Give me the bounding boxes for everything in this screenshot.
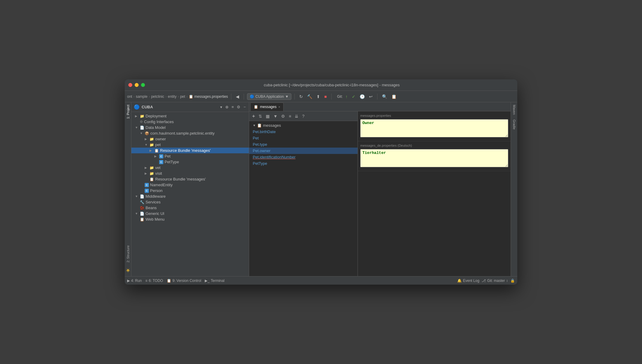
maven-tab[interactable]: Maven (511, 102, 517, 117)
editor-tab-messages[interactable]: 📋 messages × (250, 103, 284, 111)
tree-item-datamodel[interactable]: ▼ 📄 Data Model (131, 125, 249, 130)
tree-item-resource-bundle[interactable]: ▶ 📋 Resource Bundle 'messages' (131, 148, 249, 153)
add-message-button[interactable]: + (251, 113, 256, 120)
dropdown-button[interactable]: ▼ (272, 113, 279, 119)
run-item[interactable]: ▶ 4: Run (127, 279, 142, 283)
prop-section-en: messages.properties Owner (358, 111, 511, 141)
terminal-item[interactable]: ▶_ Terminal (205, 279, 224, 283)
view-button[interactable]: ▦ (265, 113, 271, 119)
tree-item-resource-bundle-2[interactable]: ▶ 📋 Resource Bundle 'messages' (131, 176, 249, 182)
tree-item-pet[interactable]: ▼ 📁 pet (131, 142, 249, 148)
tab-close-button[interactable]: × (278, 105, 280, 109)
close-panel-button[interactable]: − (243, 104, 246, 110)
prop-input-de[interactable]: Tierhalter (360, 149, 508, 167)
search-button[interactable]: 🔍 (380, 93, 389, 100)
todo-item[interactable]: ≡ 6: TODO (145, 279, 163, 283)
git-label: Git: (337, 94, 343, 99)
tree-item-webmenu[interactable]: 📋 Web Menu (131, 216, 249, 222)
msg-label-petowner: Pet.owner (253, 148, 271, 153)
msg-item-identification[interactable]: Pet.identificationNumber (249, 154, 358, 160)
config-icon: ⚙ (140, 120, 143, 124)
lock-item[interactable]: 🔒 (510, 279, 515, 283)
tree-item-beans[interactable]: 🫘 Beans (131, 205, 249, 211)
msg-label-pet: Pet (253, 136, 259, 140)
tree-label-services: Services (146, 200, 161, 204)
stop-button[interactable]: ■ (323, 93, 328, 100)
breadcrumb-item-ont[interactable]: ont (127, 94, 132, 99)
breadcrumb-item-messages[interactable]: 📋 messages.properties (189, 94, 228, 99)
tree-item-services[interactable]: 🔧 Services (131, 199, 249, 205)
filter-msg-button[interactable]: ≡ (287, 113, 292, 119)
expand-arrow-deployment: ▶ (135, 114, 140, 118)
breadcrumb-item-sample[interactable]: sample (136, 94, 148, 99)
msg-item-pettype[interactable]: PetType (249, 160, 358, 167)
window-title: cuba-petclinic [~/dev/projects/cuba/cuba… (150, 83, 514, 87)
tree-label-pettype: PetType (165, 160, 179, 164)
tree-item-pettype-class[interactable]: ▶ C PetType (131, 159, 249, 165)
terminal-label: Terminal (211, 279, 224, 283)
tree-item-namedentity[interactable]: ▶ C NamedEntity (131, 182, 249, 188)
build-button[interactable]: 🔨 (306, 93, 314, 100)
sidebar-item-project[interactable]: 1: Project (125, 102, 131, 121)
breadcrumb-item-petclinic[interactable]: petclinic (151, 94, 164, 99)
back-button[interactable]: ◀ (234, 93, 241, 100)
tree-item-vet[interactable]: ▶ 📁 vet (131, 165, 249, 171)
tree-item-owner[interactable]: ▶ 📁 owner (131, 136, 249, 142)
git-branch-item[interactable]: ⎇ Git: master ↕ (482, 279, 508, 283)
cuba-app-selector[interactable]: 🔵 CUBA Application ▼ (247, 93, 291, 100)
sidebar-item-structure[interactable]: 2: Structure (125, 243, 131, 265)
maximize-button[interactable] (141, 83, 145, 87)
tree-item-visit[interactable]: ▶ 📁 visit (131, 171, 249, 176)
vcs-button[interactable]: 📋 (390, 93, 398, 100)
breadcrumb-item-entity[interactable]: entity (168, 94, 177, 99)
tree-item-deployment[interactable]: ▶ 📁 Deployment (131, 113, 249, 119)
tree-item-person[interactable]: ▶ C Person (131, 188, 249, 193)
msg-item-petowner[interactable]: Pet.owner (249, 148, 358, 154)
git-history-button[interactable]: 🕐 (358, 93, 366, 100)
prop-section-de: messages_de.properties (Deutsch) Tierhal… (358, 141, 511, 171)
cuba-app-label: CUBA Application (255, 94, 284, 99)
tree-item-pet-class[interactable]: ▶ C Pet (131, 153, 249, 159)
messages-root[interactable]: ▼ 📋 messages (249, 122, 358, 129)
cuba-app-icon: 🔵 (250, 94, 254, 99)
vcs-icon: 📋 (167, 279, 171, 283)
expand-arrow-pet-class: ▶ (154, 155, 159, 158)
locate-button[interactable]: ⊕ (225, 104, 229, 110)
git-branch-label: Git: master (487, 279, 505, 283)
tree-item-genericui[interactable]: ▼ 📄 Generic UI (131, 211, 249, 216)
git-check-button[interactable]: ✓ (350, 93, 357, 100)
expand-arrow-pet: ▼ (145, 143, 149, 146)
tree-item-package[interactable]: ▼ 📦 com.haulmont.sample.petclinic.entity (131, 130, 249, 136)
msg-item-pettype-prop[interactable]: Pet.type (249, 141, 358, 148)
breadcrumb-item-pet[interactable]: pet (180, 94, 185, 99)
beans-icon: 🫘 (140, 206, 144, 210)
deploy-button[interactable]: ⬆ (315, 93, 322, 100)
sort-button[interactable]: ⇅ (257, 113, 263, 119)
resource-bundle-icon-2: 📋 (149, 177, 154, 181)
tree-item-middleware[interactable]: ▼ 📄 Middleware (131, 193, 249, 199)
refresh-button[interactable]: ↻ (298, 93, 304, 100)
messages-tree: ▼ 📋 messages Pet.birthDate Pet Pet.type (249, 121, 358, 276)
tree-label-pet-class: Pet (165, 154, 171, 158)
gradle-tab[interactable]: Gradle (511, 117, 517, 132)
settings-msg-button[interactable]: ⚙ (280, 113, 286, 119)
vcs-item[interactable]: 📋 9: Version Control (167, 279, 201, 283)
prop-input-en[interactable]: Owner (360, 119, 508, 137)
close-button[interactable] (128, 83, 132, 87)
git-push-button[interactable]: ↑ (344, 93, 349, 100)
msg-item-birthdate[interactable]: Pet.birthDate (249, 129, 358, 135)
collapse-button[interactable]: ⇊ (294, 113, 300, 119)
tree-item-config[interactable]: ⚙ Config Interfaces (131, 119, 249, 125)
msg-item-pet[interactable]: Pet (249, 135, 358, 141)
settings-button[interactable]: ⚙ (236, 104, 241, 110)
tab-label: messages (260, 105, 277, 109)
tree-label-visit: visit (155, 171, 162, 176)
git-rollback-button[interactable]: ↩ (368, 93, 374, 100)
editor-tabs: 📋 messages × (249, 102, 511, 111)
minimize-button[interactable] (135, 83, 139, 87)
help-button[interactable]: ? (301, 113, 306, 119)
messages-root-label: messages (263, 123, 281, 128)
sidebar-item-favorites[interactable]: ★ (125, 265, 133, 276)
event-log-item[interactable]: 🔔 Event Log (457, 279, 479, 283)
filter-button[interactable]: ≡ (231, 104, 235, 110)
